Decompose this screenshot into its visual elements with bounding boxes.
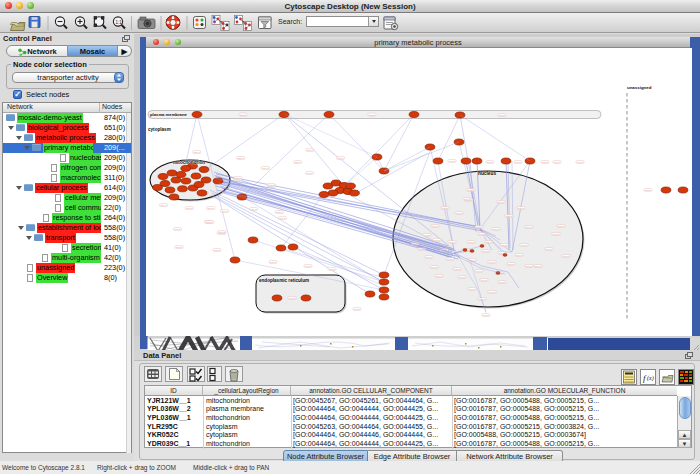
svg-text:[xxx.x]: [xxx.x] <box>434 239 440 241</box>
svg-text:[xxx.x]: [xxx.x] <box>235 177 241 179</box>
svg-text:[xxx.x]: [xxx.x] <box>501 244 507 246</box>
svg-text:[xxx.x]: [xxx.x] <box>489 261 495 263</box>
svg-text:unassigned: unassigned <box>627 85 652 90</box>
svg-text:[xxx.x]: [xxx.x] <box>270 261 276 263</box>
svg-text:[xxx.x]: [xxx.x] <box>499 114 505 116</box>
svg-text:[xxx.x]: [xxx.x] <box>454 268 460 270</box>
svg-text:[xxx.x]: [xxx.x] <box>442 207 448 209</box>
svg-text:[xxx.x]: [xxx.x] <box>369 114 375 116</box>
svg-text:[xxx.x]: [xxx.x] <box>464 198 470 200</box>
svg-text:[xxx.x]: [xxx.x] <box>276 211 282 213</box>
svg-text:[xxx.x]: [xxx.x] <box>175 228 181 230</box>
svg-text:[xxx.x]: [xxx.x] <box>449 160 455 162</box>
svg-text:[xxx.x]: [xxx.x] <box>240 114 246 116</box>
svg-text:[xxx.x]: [xxx.x] <box>518 207 524 209</box>
svg-text:[xxx.x]: [xxx.x] <box>489 291 495 293</box>
svg-text:[xxx.x]: [xxx.x] <box>426 256 432 258</box>
svg-text:[xxx.x]: [xxx.x] <box>194 151 200 153</box>
svg-text:[xxx.x]: [xxx.x] <box>447 258 453 260</box>
svg-text:[xxx.x]: [xxx.x] <box>431 266 437 268</box>
svg-text:[xxx.x]: [xxx.x] <box>280 217 286 219</box>
svg-text:[xxx.x]: [xxx.x] <box>493 228 499 230</box>
svg-text:[xxx.x]: [xxx.x] <box>307 172 313 174</box>
svg-text:[xxx.x]: [xxx.x] <box>553 233 559 235</box>
svg-text:[xxx.x]: [xxx.x] <box>498 201 504 203</box>
svg-text:[xxx.x]: [xxx.x] <box>176 246 182 248</box>
svg-text:[xxx.x]: [xxx.x] <box>161 204 167 206</box>
svg-text:[xxx.x]: [xxx.x] <box>238 157 244 159</box>
svg-text:[xxx.x]: [xxx.x] <box>436 275 442 277</box>
svg-text:[xxx.x]: [xxx.x] <box>483 314 489 316</box>
svg-text:[xxx.x]: [xxx.x] <box>554 161 560 163</box>
svg-text:[xxx.x]: [xxx.x] <box>546 248 552 250</box>
svg-text:plasma membrane: plasma membrane <box>150 112 187 117</box>
svg-text:[xxx.x]: [xxx.x] <box>186 207 192 209</box>
svg-text:[xxx.x]: [xxx.x] <box>307 149 313 151</box>
svg-text:[xxx.x]: [xxx.x] <box>468 189 474 191</box>
svg-text:[xxx.x]: [xxx.x] <box>424 234 430 236</box>
svg-text:[xxx.x]: [xxx.x] <box>508 263 514 265</box>
svg-text:[xxx.x]: [xxx.x] <box>251 208 257 210</box>
svg-text:[xxx.x]: [xxx.x] <box>456 212 462 214</box>
svg-text:[xxx.x]: [xxx.x] <box>481 279 487 281</box>
svg-text:mitochondrion: mitochondrion <box>173 160 205 165</box>
svg-text:[xxx.x]: [xxx.x] <box>476 270 482 272</box>
svg-text:[xxx.x]: [xxx.x] <box>459 276 465 278</box>
svg-text:[xxx.x]: [xxx.x] <box>535 265 541 267</box>
svg-text:[xxx.x]: [xxx.x] <box>262 167 268 169</box>
svg-text:[xxx.x]: [xxx.x] <box>207 221 213 223</box>
svg-text:[xxx.x]: [xxx.x] <box>432 225 438 227</box>
svg-text:[xxx.x]: [xxx.x] <box>222 210 228 212</box>
svg-text:cytoplasm: cytoplasm <box>148 127 171 132</box>
svg-text:[xxx.x]: [xxx.x] <box>506 215 512 217</box>
svg-text:[xxx.x]: [xxx.x] <box>295 161 301 163</box>
svg-text:[xxx.x]: [xxx.x] <box>499 281 505 283</box>
svg-text:[xxx.x]: [xxx.x] <box>469 288 475 290</box>
svg-text:[xxx.x]: [xxx.x] <box>515 161 521 163</box>
svg-text:[xxx.x]: [xxx.x] <box>526 226 532 228</box>
svg-text:[xxx.x]: [xxx.x] <box>558 225 564 227</box>
svg-text:1:1: 1:1 <box>115 20 122 25</box>
svg-text:[xxx.x]: [xxx.x] <box>577 161 583 163</box>
svg-text:[xxx.x]: [xxx.x] <box>487 161 493 163</box>
svg-text:[xxx.x]: [xxx.x] <box>219 231 225 233</box>
svg-text:[xxx.x]: [xxx.x] <box>486 241 492 243</box>
svg-text:[xxx.x]: [xxx.x] <box>521 244 527 246</box>
svg-text:[xxx.x]: [xxx.x] <box>483 250 489 252</box>
svg-text:[xxx.x]: [xxx.x] <box>526 265 532 267</box>
svg-text:[xxx.x]: [xxx.x] <box>354 308 360 310</box>
svg-text:[xxx.x]: [xxx.x] <box>268 184 274 186</box>
svg-text:[xxx.x]: [xxx.x] <box>645 189 651 191</box>
svg-text:[xxx.x]: [xxx.x] <box>214 249 220 251</box>
svg-text:[xxx.x]: [xxx.x] <box>542 161 548 163</box>
svg-text:[xxx.x]: [xxx.x] <box>516 254 522 256</box>
svg-text:[xxx.x]: [xxx.x] <box>449 241 455 243</box>
svg-text:[xxx.x]: [xxx.x] <box>305 265 311 267</box>
svg-text:[xxx.x]: [xxx.x] <box>289 297 295 299</box>
svg-text:[xxx.x]: [xxx.x] <box>468 241 474 243</box>
svg-text:[xxx.x]: [xxx.x] <box>329 268 335 270</box>
svg-text:[xxx.x]: [xxx.x] <box>208 207 214 209</box>
svg-text:[xxx.x]: [xxx.x] <box>563 255 569 257</box>
svg-text:nucleus: nucleus <box>478 171 496 176</box>
svg-text:[xxx.x]: [xxx.x] <box>337 157 343 159</box>
svg-text:endoplasmic reticulum: endoplasmic reticulum <box>259 278 309 283</box>
svg-text:[xxx.x]: [xxx.x] <box>479 298 485 300</box>
svg-text:[xxx.x]: [xxx.x] <box>476 226 482 228</box>
svg-text:(x): (x) <box>647 375 654 382</box>
